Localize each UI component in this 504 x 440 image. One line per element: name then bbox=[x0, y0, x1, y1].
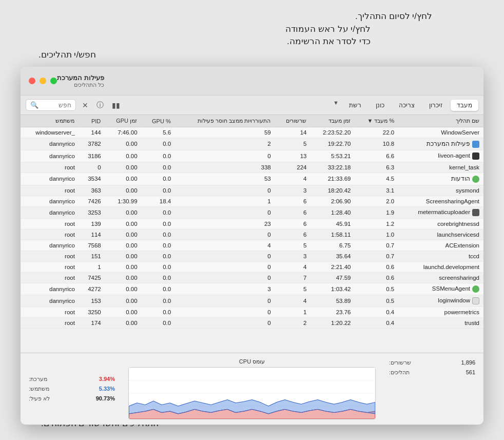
cell-pid: 1 bbox=[79, 261, 105, 272]
table-row[interactable]: פעילות המערכת10.819:22.70520.00.003782da… bbox=[21, 138, 484, 150]
cell-cpu-pct: 0.4 bbox=[355, 317, 398, 328]
cell-name: SSMenuAgent bbox=[398, 283, 483, 295]
close-button[interactable] bbox=[29, 78, 35, 84]
cell-cpu-time: 1:03.42 bbox=[311, 283, 355, 295]
cell-cpu-pct: 0.7 bbox=[355, 251, 398, 261]
cell-cpu-time: 35.64 bbox=[311, 251, 355, 261]
cell-wakeups: 0 bbox=[175, 206, 275, 218]
cell-name: kernel_task bbox=[398, 162, 483, 173]
stop-process-button[interactable]: ▮▮ bbox=[110, 100, 122, 110]
col-header-name[interactable]: שם תהליך bbox=[398, 115, 483, 127]
cell-cpu-pct: 1.0 bbox=[355, 229, 398, 240]
cell-cpu-time: 2:06.90 bbox=[311, 196, 355, 206]
table-row[interactable]: liveon-agent6.65:53.211300.00.003186dann… bbox=[21, 150, 484, 162]
cell-wakeups: 0 bbox=[175, 150, 275, 162]
info-button[interactable]: ⓘ bbox=[94, 100, 106, 111]
cell-name: tccd bbox=[398, 251, 483, 261]
cell-threads: 4 bbox=[275, 295, 311, 307]
search-icon: 🔍 bbox=[30, 101, 38, 109]
search-input[interactable] bbox=[41, 102, 71, 109]
cell-user: dannyrico bbox=[21, 206, 79, 218]
cell-user: root bbox=[21, 307, 79, 317]
table-row[interactable]: WindowServer22.02:23:52.2014595.67:46.00… bbox=[21, 127, 484, 138]
cell-pid: 3253 bbox=[79, 206, 105, 218]
tab-memory[interactable]: זיכרון bbox=[423, 100, 449, 111]
cell-wakeups: 4 bbox=[175, 240, 275, 251]
cell-wakeups: 0 bbox=[175, 272, 275, 283]
col-header-threads[interactable]: שרשורים bbox=[275, 115, 311, 127]
cell-name: powermetrics bbox=[398, 307, 483, 317]
col-header-cpu-pct[interactable]: % מעבד ▼ bbox=[355, 115, 398, 127]
table-row[interactable]: trustd0.41:20.22200.00.00174root bbox=[21, 317, 484, 328]
cell-gpu-pct: 0.0 bbox=[142, 229, 176, 240]
table-row[interactable]: tccd0.735.64300.00.00151root bbox=[21, 251, 484, 261]
window-controls bbox=[29, 78, 57, 84]
system-stat: 3.94% מערכת: bbox=[29, 376, 115, 382]
minimize-button[interactable] bbox=[40, 78, 46, 84]
table-row[interactable]: ScreensharingAgent2.02:06.906118.41:30.9… bbox=[21, 196, 484, 206]
col-header-gpu-time[interactable]: זמן GPU bbox=[105, 115, 142, 127]
cell-user: root bbox=[21, 185, 79, 196]
maximize-button[interactable] bbox=[50, 78, 57, 84]
cell-wakeups: 0 bbox=[175, 229, 275, 240]
cell-gpu-pct: 0.0 bbox=[142, 295, 176, 307]
cell-threads: 5 bbox=[275, 283, 311, 295]
col-header-cpu-time[interactable]: זמן מעבד bbox=[311, 115, 355, 127]
table-row[interactable]: הודעות4.521:33.694530.00.003534dannyrico bbox=[21, 173, 484, 185]
bottom-panel: 1,896 שרשורים: 561 תהליכים: עומס CPU bbox=[21, 353, 483, 425]
processes-value: 561 bbox=[466, 369, 475, 376]
cell-gpu-pct: 0.0 bbox=[142, 307, 176, 317]
table-row[interactable]: screensharingd0.647.59700.00.007425root bbox=[21, 272, 484, 283]
cell-gpu-pct: 0.0 bbox=[142, 240, 176, 251]
col-header-wakeups[interactable]: התעוררויות ממצב חוסר פעילות bbox=[175, 115, 275, 127]
cell-pid: 7425 bbox=[79, 272, 105, 283]
process-table-container[interactable]: שם תהליך % מעבד ▼ זמן מעבד שרשורים התעור… bbox=[21, 115, 483, 353]
table-row[interactable]: launchd.development0.62:21.40400.00.001r… bbox=[21, 261, 484, 272]
cell-pid: 4272 bbox=[79, 283, 105, 295]
cell-name: הודעות bbox=[398, 173, 483, 185]
col-header-pid[interactable]: PID bbox=[79, 115, 105, 127]
cell-cpu-time: 2:23:52.20 bbox=[311, 127, 355, 138]
table-row[interactable]: kernel_task6.333:22.182243380.00.000root bbox=[21, 162, 484, 173]
cell-cpu-time: 1:28.40 bbox=[311, 206, 355, 218]
cell-gpu-time: 0.00 bbox=[105, 218, 142, 229]
cell-cpu-time: 47.59 bbox=[311, 272, 355, 283]
table-row[interactable]: sysmond3.118:20.42300.00.00363root bbox=[21, 185, 484, 196]
cell-pid: 144 bbox=[79, 127, 105, 138]
cell-cpu-time: 2:21.40 bbox=[311, 261, 355, 272]
table-row[interactable]: ACExtension0.76.75540.00.007568dannyrico bbox=[21, 240, 484, 251]
cell-gpu-time: 0.00 bbox=[105, 240, 142, 251]
cell-cpu-pct: 10.8 bbox=[355, 138, 398, 150]
tab-energy[interactable]: צריכה bbox=[393, 100, 421, 111]
close-tab-button[interactable]: ✕ bbox=[80, 100, 90, 110]
title-bar: פעילות המערכת כל התהליכים bbox=[21, 67, 483, 95]
cell-wakeups: 53 bbox=[175, 173, 275, 185]
table-row[interactable]: metermaticuploader1.91:28.40600.00.00325… bbox=[21, 206, 484, 218]
annotation-search: חפש/י תהליכים. bbox=[38, 49, 96, 61]
cell-cpu-time: 19:22.70 bbox=[311, 138, 355, 150]
table-row[interactable]: loginwindow0.553.89400.00.00153dannyrico bbox=[21, 295, 484, 307]
tab-disk[interactable]: כונן bbox=[370, 100, 391, 111]
cell-cpu-pct: 6.3 bbox=[355, 162, 398, 173]
table-row[interactable]: corebrightnessd1.245.916230.00.00139root bbox=[21, 218, 484, 229]
cell-gpu-time: 0.00 bbox=[105, 272, 142, 283]
col-header-gpu-pct[interactable]: % GPU bbox=[142, 115, 176, 127]
dropdown-arrow-icon[interactable]: ▼ bbox=[331, 100, 341, 111]
tab-bar: מעבד זיכרון צריכה כונן רשת ▼ ▮▮ ⓘ ✕ 🔍 bbox=[21, 95, 483, 115]
table-row[interactable]: SSMenuAgent0.51:03.42530.00.004272dannyr… bbox=[21, 283, 484, 295]
cell-cpu-pct: 6.6 bbox=[355, 150, 398, 162]
table-row[interactable]: powermetrics0.423.76100.00.003250root bbox=[21, 307, 484, 317]
cell-threads: 5 bbox=[275, 240, 311, 251]
cell-gpu-time: 0.00 bbox=[105, 261, 142, 272]
table-row[interactable]: launchservicesd1.01:58.11600.00.00114roo… bbox=[21, 229, 484, 240]
cell-name: ScreensharingAgent bbox=[398, 196, 483, 206]
tab-cpu[interactable]: מעבד bbox=[451, 100, 478, 111]
cell-cpu-pct: 0.6 bbox=[355, 272, 398, 283]
col-header-user[interactable]: משתמש bbox=[21, 115, 79, 127]
tab-network[interactable]: רשת bbox=[343, 100, 367, 111]
cell-pid: 3250 bbox=[79, 307, 105, 317]
cell-user: root bbox=[21, 162, 79, 173]
threads-label: שרשורים: bbox=[389, 359, 411, 366]
user-stat: 5.33% משתמש: bbox=[29, 386, 115, 392]
table-body: WindowServer22.02:23:52.2014595.67:46.00… bbox=[21, 127, 484, 329]
